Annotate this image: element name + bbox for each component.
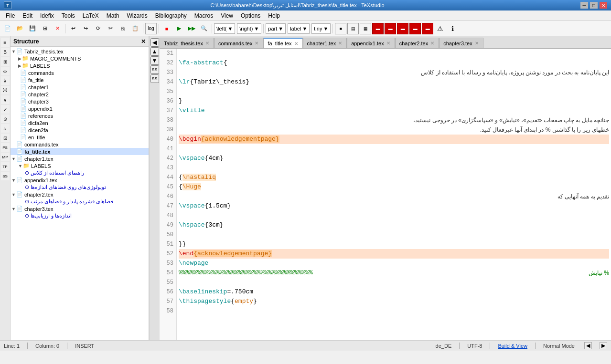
- logic-icon[interactable]: ∨: [1, 95, 10, 104]
- open-button[interactable]: 📂: [14, 23, 26, 34]
- collapse-down-btn[interactable]: ▼: [150, 56, 159, 65]
- left-paren-dropdown[interactable]: \left( ▼: [214, 23, 235, 34]
- tab-close-commands[interactable]: ✕: [254, 41, 259, 46]
- tree-ch3-doc1[interactable]: ⊙ اندازه‌ها و ارزیابی‌ها: [11, 212, 149, 219]
- maximize-button[interactable]: □: [590, 2, 598, 9]
- tree-tabriz-thesis[interactable]: ▼ 📄 Tabriz_thesis.tex: [11, 48, 149, 55]
- paste-button[interactable]: 📋: [129, 23, 141, 34]
- tab-close-ch1[interactable]: ✕: [338, 41, 343, 46]
- tree-dicfa2en[interactable]: 📄 dicfa2en: [11, 119, 149, 126]
- structure-close-icon[interactable]: ✕: [141, 38, 146, 45]
- tab-fa-title[interactable]: fa_title.tex ✕: [263, 38, 302, 48]
- cut-button[interactable]: ✂: [105, 23, 116, 34]
- tree-ch1-doc1[interactable]: ⊙ راهنمای استفاده از کلاس: [11, 169, 149, 177]
- tree-en-title[interactable]: 📄 en_title: [11, 134, 149, 141]
- structure-icon[interactable]: ≡: [1, 38, 10, 47]
- redo-button[interactable]: ↪: [80, 23, 91, 34]
- arrow-tabriz[interactable]: ▼: [11, 49, 16, 54]
- tree-appendix1-sub[interactable]: 📄 appendix1: [11, 105, 149, 112]
- menu-help[interactable]: Help: [264, 11, 284, 20]
- tree-commands-file[interactable]: 📄 commands: [11, 69, 149, 76]
- tree-ch2-tex[interactable]: ▼ 📄 chapter2.tex: [11, 191, 149, 198]
- tab-appendix1[interactable]: appendix1.tex ✕: [347, 38, 395, 48]
- copy-button[interactable]: ⎘: [117, 23, 129, 34]
- menu-idefix[interactable]: Idefix: [36, 11, 58, 20]
- warning-icon[interactable]: ⚠: [434, 23, 446, 34]
- arrow-ch1[interactable]: ▼: [11, 156, 16, 161]
- arrow-labels-main[interactable]: ▶: [18, 63, 21, 68]
- tab-chapter2[interactable]: chapter2.tex ✕: [395, 38, 439, 48]
- close-button[interactable]: ✕: [600, 2, 607, 9]
- arrow-ch1-labels[interactable]: ▼: [18, 164, 22, 168]
- math-icon3[interactable]: ▦: [360, 23, 371, 34]
- minimize-button[interactable]: ─: [580, 2, 588, 9]
- menu-latex[interactable]: LaTeX: [79, 11, 103, 20]
- arrow-ch3[interactable]: ▼: [11, 207, 16, 211]
- refresh-button[interactable]: ⟳: [92, 23, 104, 34]
- math-icon4[interactable]: ▬: [372, 23, 384, 34]
- code-editor[interactable]: 31 32 33 34 35 36 37 38 39 40 41 42 43 4…: [160, 49, 611, 340]
- section-icon[interactable]: ∞: [1, 67, 10, 75]
- tab-close-ch2[interactable]: ✕: [430, 41, 435, 46]
- close-button2[interactable]: ✕: [52, 23, 63, 34]
- tab-close-tabriz[interactable]: ✕: [205, 41, 210, 46]
- tab-chapter1[interactable]: chapter1.tex ✕: [303, 38, 347, 48]
- log-button[interactable]: log: [145, 23, 157, 34]
- tree-ch1-tex[interactable]: ▼ 📄 chapter1.tex: [11, 155, 149, 162]
- tree-magic-comments[interactable]: ▶ 📁 MAGIC_COMMENTS: [11, 55, 149, 62]
- new-button[interactable]: 📄: [2, 23, 13, 34]
- math-icon8[interactable]: ▬: [422, 23, 433, 34]
- bookmarks-icon[interactable]: B: [1, 48, 10, 56]
- math-icon6[interactable]: ▬: [397, 23, 408, 34]
- tp-icon[interactable]: TP: [1, 162, 10, 171]
- mp-icon[interactable]: MP: [1, 153, 10, 161]
- arrow-ch2[interactable]: ▼: [11, 192, 16, 197]
- cyrillic-icon[interactable]: Ж: [1, 86, 10, 94]
- tab-chapter3[interactable]: chapter3.tex ✕: [439, 38, 483, 48]
- save-button[interactable]: 💾: [27, 23, 38, 34]
- math-icon1[interactable]: ■: [335, 23, 346, 34]
- collapse-up-btn[interactable]: ▲: [150, 47, 159, 56]
- tree-ch1-labels[interactable]: ▼ 📁 LABELS: [11, 162, 149, 169]
- size-dropdown[interactable]: tiny ▼: [311, 23, 331, 34]
- menu-tools[interactable]: Tools: [58, 11, 79, 20]
- menu-math[interactable]: Math: [103, 11, 123, 20]
- search-button[interactable]: 🔍: [198, 23, 210, 34]
- menu-edit[interactable]: Edit: [19, 11, 36, 20]
- undo-button[interactable]: ↩: [67, 23, 79, 34]
- environment-icon[interactable]: ⊞: [1, 57, 10, 66]
- tree-chapter2-sub[interactable]: 📄 chapter2: [11, 91, 149, 98]
- build-view-button[interactable]: Build & View: [498, 343, 527, 349]
- tree-app1-doc1[interactable]: ⊙ توپولوژی‌های روی فضاهای اندازه‌ها: [11, 184, 149, 191]
- tree-chapter1-sub[interactable]: 📄 chapter1: [11, 83, 149, 91]
- double-up-btn[interactable]: SS: [150, 65, 159, 74]
- circle-icon[interactable]: ⊙: [1, 114, 10, 123]
- prev-error-btn[interactable]: ◀: [584, 342, 592, 349]
- tree-app1-tex[interactable]: ▼ 📄 appendix1.tex: [11, 177, 149, 184]
- tree-references[interactable]: 📄 references: [11, 112, 149, 119]
- tree-commands-tex[interactable]: 📄 commands.tex: [11, 141, 149, 148]
- check-icon[interactable]: ✓: [1, 105, 10, 114]
- ss-icon[interactable]: SS: [1, 172, 10, 180]
- tree-ch2-doc1[interactable]: ⊙ فضاهای فشرده پایدار و فضاهای مرتب: [11, 198, 149, 205]
- menu-view[interactable]: View: [217, 11, 237, 20]
- next-error-btn[interactable]: ▶: [600, 342, 607, 349]
- stop-button[interactable]: ■: [161, 23, 172, 34]
- math-icon5[interactable]: ▬: [385, 23, 396, 34]
- tab-commands[interactable]: commands.tex ✕: [214, 38, 264, 48]
- square-icon[interactable]: ⊡: [1, 134, 10, 142]
- info-icon[interactable]: ℹ: [447, 23, 458, 34]
- right-paren-dropdown[interactable]: \right) ▼: [237, 23, 261, 34]
- ss2-btn[interactable]: SS: [150, 74, 159, 83]
- tree-fa-title-tex[interactable]: 📄 fa_title.tex: [11, 148, 149, 155]
- lambda-icon[interactable]: λ: [1, 76, 10, 85]
- menu-bibliography[interactable]: Bibliography: [151, 11, 191, 20]
- arrow-magic[interactable]: ▶: [18, 56, 21, 61]
- arrow-app1[interactable]: ▼: [11, 178, 16, 183]
- menu-macros[interactable]: Macros: [191, 11, 217, 20]
- approx-icon[interactable]: ≈: [1, 124, 10, 133]
- ps-icon[interactable]: PS: [1, 143, 10, 152]
- tab-close-app1[interactable]: ✕: [386, 41, 391, 46]
- collapse-left-btn[interactable]: ◀: [150, 38, 159, 47]
- label-dropdown[interactable]: label ▼: [288, 23, 310, 34]
